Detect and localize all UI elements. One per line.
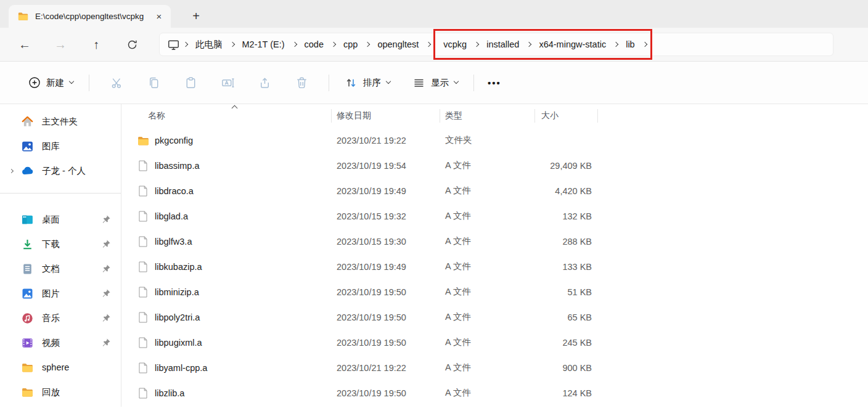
breadcrumb-item[interactable]: 此电脑 bbox=[189, 39, 229, 51]
file-size: 124 KB bbox=[535, 388, 598, 398]
file-icon bbox=[137, 286, 149, 298]
chevron-right-icon bbox=[183, 42, 188, 47]
column-header-date[interactable]: 修改日期 bbox=[332, 104, 440, 128]
back-button[interactable]: ← bbox=[12, 33, 37, 55]
column-header-type[interactable]: 类型 bbox=[440, 104, 535, 128]
file-date: 2023/10/19 19:50 bbox=[332, 388, 440, 398]
sort-button[interactable]: 排序 bbox=[338, 71, 397, 95]
share-button[interactable] bbox=[252, 70, 277, 95]
sidebar-item-label: 视频 bbox=[42, 337, 60, 349]
file-row[interactable]: libminizip.a2023/10/19 19:50A 文件51 KB bbox=[121, 279, 868, 304]
chevron-right-icon bbox=[526, 42, 531, 47]
documents-icon bbox=[21, 263, 34, 275]
file-row[interactable]: libglad.a2023/10/15 19:32A 文件132 KB bbox=[121, 203, 868, 229]
breadcrumb-item[interactable]: M2-1T (E:) bbox=[235, 39, 292, 49]
file-row[interactable]: libkubazip.a2023/10/19 19:49A 文件133 KB bbox=[121, 254, 868, 279]
file-name-cell: libpoly2tri.a bbox=[121, 311, 332, 324]
pin-icon bbox=[101, 288, 111, 298]
column-header-name[interactable]: 名称 bbox=[121, 104, 332, 128]
expand-chevron-icon[interactable] bbox=[9, 169, 21, 173]
view-button[interactable]: 显示 bbox=[406, 71, 465, 95]
breadcrumb-item[interactable]: cpp bbox=[337, 39, 364, 49]
pin-icon bbox=[101, 313, 111, 323]
sidebar-item-label: 回放 bbox=[42, 386, 60, 398]
sidebar-item-图片[interactable]: 图片 bbox=[0, 281, 121, 306]
sidebar-item-文档[interactable]: 文档 bbox=[0, 256, 121, 281]
file-type: A 文件 bbox=[440, 337, 535, 348]
sidebar-item-label: 主文件夹 bbox=[42, 116, 78, 128]
file-name-cell: libyaml-cpp.a bbox=[121, 362, 332, 374]
file-name: libassimp.a bbox=[155, 161, 200, 171]
column-header-label: 大小 bbox=[541, 110, 559, 121]
forward-button[interactable]: → bbox=[48, 33, 73, 55]
file-name: libglfw3.a bbox=[155, 237, 192, 247]
chevron-right-icon bbox=[426, 42, 431, 47]
file-row[interactable]: libglfw3.a2023/10/15 19:30A 文件288 KB bbox=[121, 229, 868, 254]
breadcrumb-item[interactable]: vcpkg bbox=[436, 39, 473, 49]
column-header-label: 修改日期 bbox=[337, 110, 371, 121]
sidebar-divider bbox=[0, 193, 121, 194]
file-list: 名称 修改日期 类型 大小 pkgconfig2023/10/21 19:22文… bbox=[121, 104, 868, 407]
sort-button-label: 排序 bbox=[363, 77, 381, 89]
file-icon bbox=[137, 387, 149, 399]
file-type: A 文件 bbox=[440, 261, 535, 272]
chevron-right-icon bbox=[331, 42, 336, 47]
breadcrumb-item[interactable]: x64-mingw-static bbox=[532, 39, 613, 49]
file-row[interactable]: libdraco.a2023/10/19 19:49A 文件4,420 KB bbox=[121, 178, 868, 203]
breadcrumb-item[interactable]: code bbox=[298, 39, 330, 49]
file-size: 133 KB bbox=[535, 262, 598, 272]
sidebar-item-音乐[interactable]: 音乐 bbox=[0, 306, 121, 330]
sort-ascending-icon bbox=[232, 105, 238, 112]
command-toolbar: 新建 排序 显示 ••• bbox=[0, 62, 868, 104]
file-size: 51 KB bbox=[535, 287, 598, 297]
paste-button[interactable] bbox=[178, 70, 203, 95]
file-type: 文件夹 bbox=[440, 134, 535, 146]
file-size: 29,409 KB bbox=[535, 161, 598, 171]
file-list-header: 名称 修改日期 类型 大小 bbox=[121, 104, 868, 128]
explorer-tab[interactable]: E:\code\cpp\opengltest\vcpkg × bbox=[9, 5, 171, 28]
sidebar-item-回放[interactable]: 回放 bbox=[0, 380, 121, 404]
copy-button[interactable] bbox=[141, 70, 166, 95]
file-row[interactable]: libyaml-cpp.a2023/10/21 19:22A 文件900 KB bbox=[121, 355, 868, 380]
sidebar-item-下载[interactable]: 下载 bbox=[0, 232, 121, 256]
file-icon bbox=[137, 185, 149, 197]
more-button[interactable]: ••• bbox=[488, 78, 501, 88]
downloads-icon bbox=[21, 238, 34, 251]
sidebar-item-图库[interactable]: 图库 bbox=[0, 134, 121, 158]
sidebar-item-子龙 - 个人[interactable]: 子龙 - 个人 bbox=[0, 158, 121, 183]
address-bar[interactable]: 此电脑M2-1T (E:)codecppopengltestvcpkginsta… bbox=[159, 33, 833, 56]
sidebar-item-主文件夹[interactable]: 主文件夹 bbox=[0, 109, 121, 134]
file-size: 132 KB bbox=[535, 211, 598, 221]
file-date: 2023/10/19 19:49 bbox=[332, 262, 440, 272]
sidebar-item-sphere[interactable]: sphere bbox=[0, 355, 121, 380]
videos-icon bbox=[21, 337, 34, 349]
new-button[interactable]: 新建 bbox=[22, 71, 80, 94]
cut-button[interactable] bbox=[104, 70, 129, 95]
toolbar-divider bbox=[329, 75, 329, 91]
file-row[interactable]: libpoly2tri.a2023/10/19 19:50A 文件65 KB bbox=[121, 304, 868, 330]
sidebar-item-桌面[interactable]: 桌面 bbox=[0, 207, 121, 232]
column-header-size[interactable]: 大小 bbox=[535, 104, 598, 128]
up-button[interactable]: ↑ bbox=[84, 33, 108, 55]
file-row[interactable]: libzlib.a2023/10/19 19:50A 文件124 KB bbox=[121, 380, 868, 406]
this-pc-icon[interactable] bbox=[167, 38, 180, 51]
file-row[interactable]: libpugixml.a2023/10/19 19:50A 文件245 KB bbox=[121, 330, 868, 355]
refresh-button[interactable] bbox=[120, 33, 144, 55]
breadcrumb-item[interactable]: opengltest bbox=[371, 39, 425, 49]
file-list-body: pkgconfig2023/10/21 19:22文件夹libassimp.a2… bbox=[121, 128, 868, 406]
file-row[interactable]: libassimp.a2023/10/19 19:54A 文件29,409 KB bbox=[121, 153, 868, 178]
rename-button[interactable] bbox=[215, 70, 240, 95]
column-header-label: 名称 bbox=[148, 110, 165, 121]
tab-title: E:\code\cpp\opengltest\vcpkg bbox=[35, 12, 145, 21]
close-icon[interactable]: × bbox=[151, 9, 167, 24]
file-icon bbox=[137, 261, 149, 273]
sidebar-item-视频[interactable]: 视频 bbox=[0, 330, 121, 355]
new-tab-button[interactable]: + bbox=[186, 7, 207, 25]
breadcrumb-item[interactable]: lib bbox=[619, 39, 642, 49]
file-name: libzlib.a bbox=[155, 388, 184, 398]
file-row[interactable]: pkgconfig2023/10/21 19:22文件夹 bbox=[121, 128, 868, 153]
delete-button[interactable] bbox=[289, 70, 314, 95]
breadcrumb-item[interactable]: installed bbox=[480, 39, 526, 49]
gallery-icon bbox=[21, 140, 34, 153]
chevron-down-icon bbox=[454, 79, 459, 84]
